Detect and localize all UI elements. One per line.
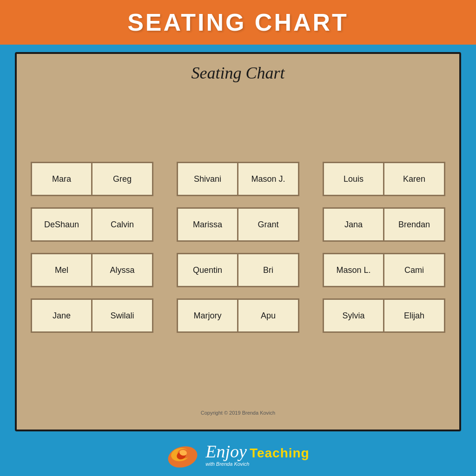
- seat-group-3-2: SylviaElijah: [323, 298, 445, 333]
- middle-area: Seating Chart MaraGregShivaniMason J.Lou…: [0, 45, 476, 436]
- top-banner: SEATING CHART: [0, 0, 476, 45]
- seat-1-0-0: DeShaun: [32, 208, 92, 241]
- seat-group-3-1: MarjoryApu: [177, 298, 299, 333]
- brand-enjoy: Enjoy: [205, 443, 247, 460]
- seat-group-0-2: LouisKaren: [323, 162, 445, 196]
- chart-title: Seating Chart: [31, 63, 445, 83]
- seat-0-1-1: Mason J.: [238, 163, 298, 195]
- seat-3-2-0: Sylvia: [324, 299, 384, 332]
- seat-1-0-1: Calvin: [92, 208, 152, 241]
- seat-2-0-1: Alyssa: [92, 254, 152, 286]
- seat-group-0-1: ShivaniMason J.: [177, 162, 299, 196]
- seat-3-1-1: Apu: [238, 299, 298, 332]
- seat-group-3-0: JaneSwilali: [31, 298, 153, 333]
- brand-text-block: Enjoy Teaching with Brenda Kovich: [205, 443, 309, 467]
- seat-group-2-1: QuentinBri: [177, 253, 299, 287]
- brand-sub: with Brenda Kovich: [205, 461, 249, 467]
- seat-2-0-0: Mel: [32, 254, 92, 286]
- seat-group-1-2: JanaBrendan: [323, 207, 445, 242]
- seat-group-2-2: Mason L.Cami: [323, 253, 445, 287]
- seat-0-0-1: Greg: [92, 163, 152, 195]
- seat-2-2-1: Cami: [384, 254, 444, 286]
- brand-splash-icon: [166, 441, 204, 469]
- seat-1-2-1: Brendan: [384, 208, 444, 241]
- seat-0-2-0: Louis: [324, 163, 384, 195]
- seat-1-1-1: Grant: [238, 208, 298, 241]
- copyright-text: Copyright © 2019 Brenda Kovich: [31, 410, 445, 416]
- seat-row-0: MaraGregShivaniMason J.LouisKaren: [31, 162, 445, 196]
- seat-group-2-0: MelAlyssa: [31, 253, 153, 287]
- seat-1-2-0: Jana: [324, 208, 384, 241]
- bottom-brand: Enjoy Teaching with Brenda Kovich: [0, 436, 476, 476]
- seat-2-2-0: Mason L.: [324, 254, 384, 286]
- seat-0-0-0: Mara: [32, 163, 92, 195]
- chart-container: Seating Chart MaraGregShivaniMason J.Lou…: [15, 52, 461, 431]
- seat-group-1-1: MarissaGrant: [177, 207, 299, 242]
- seat-row-2: MelAlyssaQuentinBriMason L.Cami: [31, 253, 445, 287]
- brand-teaching: Teaching: [250, 447, 310, 460]
- seating-grid: MaraGregShivaniMason J.LouisKarenDeShaun…: [31, 92, 445, 403]
- page-title: SEATING CHART: [0, 8, 476, 36]
- brand-logo: Enjoy Teaching with Brenda Kovich: [166, 441, 309, 469]
- seat-3-2-1: Elijah: [384, 299, 444, 332]
- seat-group-1-0: DeShaunCalvin: [31, 207, 153, 242]
- seat-3-0-1: Swilali: [92, 299, 152, 332]
- seat-2-1-0: Quentin: [178, 254, 238, 286]
- seat-3-1-0: Marjory: [178, 299, 238, 332]
- seat-1-1-0: Marissa: [178, 208, 238, 241]
- seat-row-1: DeShaunCalvinMarissaGrantJanaBrendan: [31, 207, 445, 242]
- seat-3-0-0: Jane: [32, 299, 92, 332]
- seat-group-0-0: MaraGreg: [31, 162, 153, 196]
- seat-0-2-1: Karen: [384, 163, 444, 195]
- seat-row-3: JaneSwilaliMarjoryApuSylviaElijah: [31, 298, 445, 333]
- seat-2-1-1: Bri: [238, 254, 298, 286]
- seat-0-1-0: Shivani: [178, 163, 238, 195]
